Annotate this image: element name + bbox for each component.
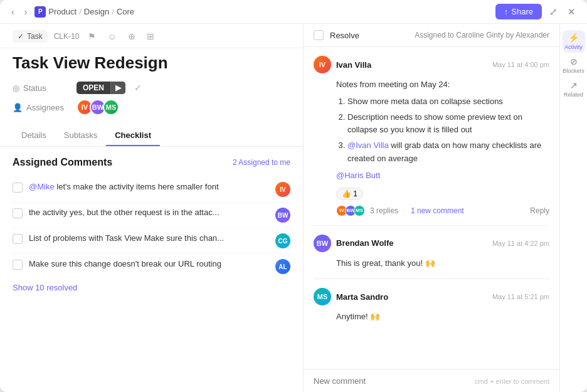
checklist-text-3: List of problems with Task View Make sur… — [29, 233, 269, 243]
comment-ivan-body: Notes from meeting on May 24: Show more … — [314, 78, 549, 183]
checklist-item-4: Make sure this change doesn't break our … — [13, 254, 290, 279]
checklist-checkbox-1[interactable] — [13, 183, 23, 193]
comment-ivan-time: May 11 at 4:00 pm — [492, 61, 549, 68]
right-panel: Resolve Assigned to Caroline Ginty by Al… — [304, 24, 587, 392]
comment-brendan: BW Brendan Wolfe May 11 at 4:22 pm This … — [314, 226, 549, 280]
checklist-avatar-4: AL — [275, 259, 290, 274]
status-check-button[interactable]: ✓ — [134, 83, 142, 93]
replies-separator: · — [403, 206, 406, 215]
task-tag: ✓ Task — [13, 30, 48, 43]
blockers-label: Blockers — [563, 68, 584, 74]
tab-details[interactable]: Details — [13, 125, 55, 146]
checklist-checkbox-3[interactable] — [13, 234, 23, 244]
replies-count[interactable]: 3 replies — [370, 206, 398, 215]
blockers-icon: ⊘ — [570, 56, 578, 66]
assignees-avatars: IV BW MS — [77, 99, 119, 115]
checklist-text-4: Make sure this change doesn't break our … — [29, 259, 269, 268]
comment-ivan-username: Ivan Villa — [336, 60, 371, 70]
comment-ivan-list-item-1: Show more meta data on collapse sections — [347, 95, 549, 109]
checklist-area: Assigned Comments 2 Assigned to me @Mike… — [0, 147, 303, 392]
comments-scroll: IV Ivan Villa May 11 at 4:00 pm Notes fr… — [304, 47, 559, 369]
comment-marta-time: May 11 at 5:21 pm — [492, 293, 549, 300]
comment-input-field[interactable] — [314, 376, 475, 386]
tab-subtasks[interactable]: Subtasks — [55, 125, 106, 146]
comment-brendan-body: This is great, thank you! 🙌 — [314, 257, 549, 270]
comment-brendan-text: This is great, thank you! 🙌 — [336, 257, 549, 270]
status-icon: ◎ — [13, 83, 19, 93]
related-icon: ↗ — [570, 80, 578, 90]
mention-haris[interactable]: @Haris Butt — [336, 171, 380, 180]
breadcrumb-sep-1: / — [79, 7, 82, 16]
comment-ivan: IV Ivan Villa May 11 at 4:00 pm Notes fr… — [314, 47, 549, 226]
comment-marta-header: MS Marta Sandro May 11 at 5:21 pm — [314, 288, 549, 305]
breadcrumb-sep-2: / — [112, 7, 114, 16]
resolve-bar: Resolve Assigned to Caroline Ginty by Al… — [304, 24, 559, 47]
assignee-avatar-3: MS — [103, 99, 119, 115]
comment-ivan-header: IV Ivan Villa May 11 at 4:00 pm — [314, 56, 549, 73]
comment-ivan-mention: @Haris Butt — [336, 169, 549, 183]
comment-ivan-avatar: IV — [314, 56, 331, 73]
replies-bar-ivan: IV BW MS 3 replies · 1 new comment Reply — [314, 205, 549, 216]
left-panel: ✓ Task CLK-10 ⚑ ☺ ⊕ ⊞ Task View Redesign… — [0, 24, 304, 392]
share-button[interactable]: ↑ Share — [495, 4, 542, 19]
mention-ivan-villa[interactable]: @Ivan Villa — [347, 140, 389, 150]
tag-icon[interactable]: ⊕ — [125, 30, 138, 43]
tabs: Details Subtasks Checklist — [0, 125, 303, 147]
activity-icon: ⚡ — [568, 33, 579, 43]
sidebar-related-button[interactable]: ↗ Related — [563, 78, 585, 100]
comment-brendan-header: BW Brendan Wolfe May 11 at 4:22 pm — [314, 235, 549, 252]
show-resolved-link[interactable]: Show 10 resolved — [13, 283, 290, 292]
checklist-avatar-2: BW — [275, 208, 290, 223]
tab-checklist[interactable]: Checklist — [106, 125, 160, 146]
flag-icon[interactable]: ⚑ — [85, 30, 98, 43]
task-toolbar: ✓ Task CLK-10 ⚑ ☺ ⊕ ⊞ — [0, 24, 303, 48]
comment-ivan-list-item-2: Description needs to show some preview t… — [347, 111, 549, 137]
checklist-avatar-3: CG — [275, 233, 290, 248]
task-meta: ◎ Status OPEN ▶ ✓ 👤 Assignees — [0, 75, 303, 122]
close-button[interactable]: ✕ — [565, 4, 578, 20]
comment-input-area: cmd + enter to comment — [304, 369, 559, 392]
mention-mike[interactable]: @Mike — [29, 182, 55, 191]
titlebar: ‹ › P Product / Design / Core ↑ Share ⤢ … — [0, 0, 587, 24]
status-dropdown-arrow[interactable]: ▶ — [110, 82, 125, 94]
main-content: ✓ Task CLK-10 ⚑ ☺ ⊕ ⊞ Task View Redesign… — [0, 24, 587, 392]
comment-ivan-list: Show more meta data on collapse sections… — [336, 95, 549, 166]
breadcrumb-core: Core — [117, 7, 134, 16]
assignees-row: 👤 Assignees IV BW MS — [13, 99, 290, 115]
comment-brendan-avatar: BW — [314, 235, 331, 252]
activity-label: Activity — [564, 44, 583, 50]
assigned-count[interactable]: 2 Assigned to me — [233, 158, 290, 167]
comment-brendan-username: Brendan Wolfe — [336, 238, 394, 248]
image-icon[interactable]: ⊞ — [144, 30, 157, 43]
checklist-checkbox-4[interactable] — [13, 260, 23, 270]
expand-button[interactable]: ⤢ — [547, 4, 560, 20]
comment-marta: MS Marta Sandro May 11 at 5:21 pm Anytim… — [314, 279, 549, 332]
resolve-checkbox[interactable] — [314, 30, 324, 40]
reaction-thumbsup[interactable]: 👍 1 — [336, 188, 363, 200]
back-button[interactable]: ‹ — [9, 6, 17, 18]
status-label: ◎ Status — [13, 83, 69, 93]
task-id: CLK-10 — [54, 32, 80, 41]
checklist-checkbox-2[interactable] — [13, 208, 23, 218]
activity-panel: Resolve Assigned to Caroline Ginty by Al… — [304, 24, 559, 392]
reply-link-ivan[interactable]: Reply — [530, 206, 549, 215]
checklist-avatar-1: IV — [275, 182, 290, 197]
comment-input-row: cmd + enter to comment — [314, 376, 549, 386]
new-comment-badge[interactable]: 1 new comment — [411, 206, 464, 215]
comment-marta-avatar: MS — [314, 288, 331, 305]
app-logo: P — [34, 6, 46, 18]
breadcrumb: P Product / Design / Core — [34, 6, 134, 18]
status-pill[interactable]: OPEN ▶ — [77, 82, 125, 94]
task-title: Task View Redesign — [13, 53, 290, 73]
share-label: Share — [511, 7, 533, 16]
task-title-area: Task View Redesign — [0, 48, 303, 75]
titlebar-left: ‹ › P Product / Design / Core — [9, 6, 134, 18]
sidebar-blockers-button[interactable]: ⊘ Blockers — [563, 54, 585, 77]
checklist-section-title: Assigned Comments — [13, 157, 112, 168]
reaction-bar-ivan: 👍 1 — [314, 188, 549, 200]
forward-button[interactable]: › — [22, 6, 30, 18]
sidebar-activity-button[interactable]: ⚡ Activity — [563, 30, 585, 53]
related-label: Related — [564, 92, 583, 98]
emoji-icon[interactable]: ☺ — [105, 30, 119, 43]
checklist-item-3: List of problems with Task View Make sur… — [13, 228, 290, 254]
